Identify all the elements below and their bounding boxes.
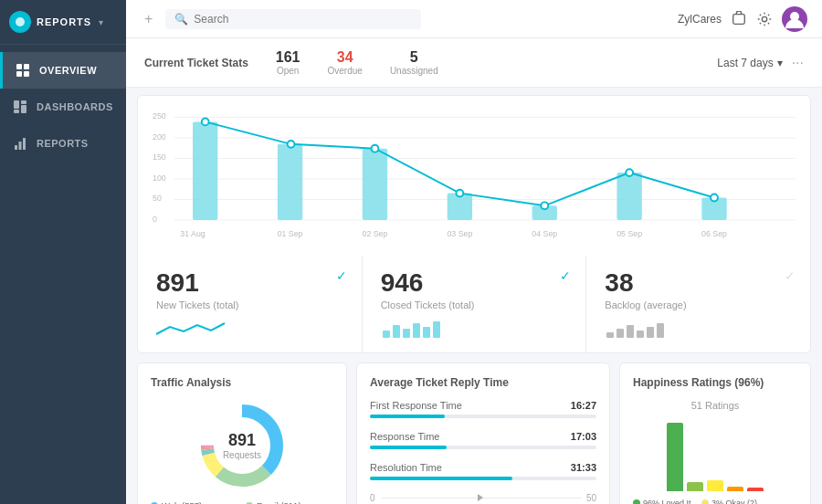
- stats-bar: Current Ticket Stats 161 Open 34 Overdue…: [126, 38, 822, 88]
- svg-rect-9: [15, 145, 17, 150]
- bar-line-chart: 250 200 150 100 50 0: [153, 107, 796, 248]
- donut-total: 891: [223, 431, 261, 450]
- stats-open: 161 Open: [276, 49, 300, 76]
- avatar[interactable]: [782, 6, 807, 32]
- svg-point-38: [541, 202, 548, 209]
- svg-point-39: [626, 169, 633, 176]
- legend-label-web: Web (557): [162, 500, 202, 504]
- svg-rect-29: [363, 149, 387, 220]
- legend-label-email: Email (211): [257, 500, 301, 504]
- bar-bad: [727, 487, 743, 491]
- svg-text:0: 0: [153, 215, 157, 224]
- svg-rect-4: [24, 71, 29, 77]
- svg-rect-1: [16, 64, 22, 69]
- bar-terrible: [747, 488, 764, 491]
- new-tickets-num: 891: [156, 268, 343, 298]
- bar-okay: [707, 480, 723, 491]
- reply-time-panel: Average Ticket Reply Time First Response…: [356, 362, 610, 504]
- sidebar: REPORTS ▾ OVERVIEW DASHBOARDS REPORTS: [0, 0, 126, 504]
- response-bar: [370, 446, 447, 449]
- topbar: + 🔍 ZylCares: [126, 0, 822, 38]
- axis-line: [381, 498, 581, 499]
- settings-icon[interactable]: [756, 11, 773, 27]
- svg-rect-8: [14, 110, 19, 113]
- reply-axis: 0 50: [370, 493, 596, 503]
- reply-time-title: Average Ticket Reply Time: [370, 376, 596, 389]
- svg-rect-7: [21, 100, 26, 104]
- svg-text:250: 250: [153, 111, 166, 121]
- closed-tickets-sparkline: [381, 318, 568, 340]
- donut-label: 891 Requests: [223, 431, 261, 460]
- content-area: Current Ticket Stats 161 Open 34 Overdue…: [126, 38, 822, 504]
- stats-title: Current Ticket Stats: [144, 57, 248, 69]
- resolution-bar: [370, 477, 512, 480]
- metric-cards: ✓ 891 New Tickets (total) ✓ 946 Closed T…: [138, 256, 810, 352]
- sidebar-logo[interactable]: REPORTS ▾: [0, 0, 126, 45]
- svg-point-37: [456, 190, 463, 197]
- topbar-icons: [731, 6, 807, 32]
- overview-icon: [16, 63, 30, 78]
- add-button[interactable]: +: [141, 7, 156, 31]
- svg-rect-57: [637, 331, 644, 338]
- first-response-bar-bg: [370, 415, 596, 418]
- svg-rect-11: [23, 138, 26, 150]
- stats-open-label: Open: [277, 66, 299, 76]
- traffic-panel: Traffic Analysis 891: [137, 362, 347, 504]
- svg-text:04 Sep: 04 Sep: [532, 229, 557, 238]
- closed-tickets-label: Closed Tickets (total): [381, 299, 568, 310]
- stats-overdue-label: Overdue: [328, 66, 363, 76]
- bottom-panels: Traffic Analysis 891: [126, 353, 822, 504]
- first-response-label: First Response Time: [370, 400, 462, 411]
- search-input[interactable]: [194, 13, 412, 26]
- svg-text:06 Sep: 06 Sep: [701, 229, 727, 238]
- sidebar-item-reports[interactable]: REPORTS: [0, 125, 126, 162]
- happiness-bar-chart: [633, 418, 797, 491]
- first-response-bar: [370, 415, 445, 418]
- backlog-label: Backlog (average): [605, 299, 792, 310]
- backlog-sparkline: [605, 318, 792, 340]
- svg-text:200: 200: [153, 132, 166, 142]
- metric-backlog: ✓ 38 Backlog (average): [586, 256, 810, 352]
- svg-point-13: [762, 16, 766, 21]
- stats-overdue: 34 Overdue: [328, 49, 363, 76]
- axis-start: 0: [370, 493, 375, 503]
- sidebar-item-reports-label: REPORTS: [37, 138, 89, 149]
- main-content: + 🔍 ZylCares Current Ticket Stats 161 Op…: [126, 0, 822, 504]
- sidebar-item-dashboards-label: DASHBOARDS: [37, 101, 113, 112]
- sidebar-item-overview[interactable]: OVERVIEW: [0, 52, 126, 89]
- svg-rect-28: [278, 144, 302, 220]
- happiness-legend-okay: 3% Okay (2): [701, 499, 757, 504]
- svg-rect-54: [606, 332, 614, 338]
- svg-rect-32: [616, 173, 641, 220]
- resolution-time-value: 31:33: [571, 462, 596, 473]
- sidebar-item-overview-label: OVERVIEW: [39, 65, 97, 76]
- svg-point-34: [202, 118, 209, 125]
- axis-end: 50: [586, 493, 596, 503]
- new-tickets-label: New Tickets (total): [156, 299, 343, 310]
- more-options-icon[interactable]: ···: [792, 55, 804, 71]
- date-filter[interactable]: Last 7 days ▾: [717, 57, 782, 69]
- svg-rect-53: [433, 321, 440, 338]
- traffic-legend: Web (557) Email (211) Chat (86) Phone (2…: [151, 500, 333, 504]
- closed-tickets-num: 946: [381, 268, 568, 298]
- svg-rect-59: [657, 323, 664, 338]
- traffic-title: Traffic Analysis: [151, 376, 333, 389]
- happiness-label-loved: 96% Loved It...: [643, 499, 698, 504]
- reply-row-resolution: Resolution Time 31:33: [370, 462, 596, 480]
- happiness-dot-loved: [633, 499, 640, 504]
- check-icon-closed: ✓: [560, 268, 571, 283]
- check-icon-new: ✓: [336, 268, 347, 283]
- notification-icon[interactable]: [731, 11, 747, 27]
- svg-rect-2: [24, 64, 29, 69]
- svg-point-36: [372, 145, 379, 152]
- sidebar-item-dashboards[interactable]: DASHBOARDS: [0, 89, 126, 125]
- date-filter-arrow: ▾: [777, 57, 783, 69]
- happiness-title: Happiness Ratings (96%): [633, 376, 797, 389]
- ratings-count: 51 Ratings: [633, 400, 797, 411]
- reply-row-response: Response Time 17:03: [370, 431, 596, 449]
- stats-unassigned-label: Unassigned: [390, 66, 438, 76]
- chart-area: 250 200 150 100 50 0: [138, 96, 810, 256]
- response-time-label: Response Time: [370, 431, 439, 442]
- avatar-image: [782, 6, 807, 32]
- reply-row-first: First Response Time 16:27: [370, 400, 596, 418]
